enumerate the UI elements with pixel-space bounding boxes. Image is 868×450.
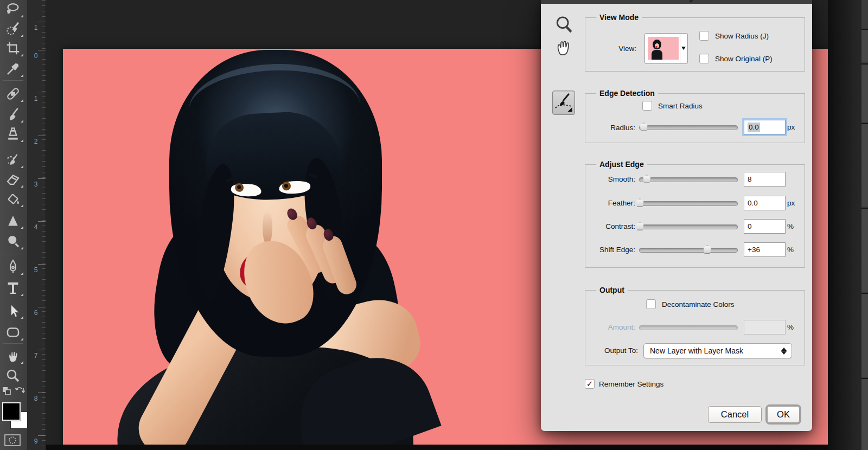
dialog-title: Refine Edge (541, 0, 812, 2)
clone-stamp-tool-icon[interactable] (5, 126, 21, 142)
refine-radius-brush-icon (553, 91, 573, 113)
remember-settings-label: Remember Settings (599, 380, 663, 388)
panel-dock-edge[interactable] (861, 0, 868, 450)
amount-slider (639, 325, 738, 330)
adjust-edge-legend: Adjust Edge (596, 160, 647, 169)
radius-field[interactable]: 0.0 (744, 120, 786, 134)
crop-tool-icon[interactable] (5, 40, 21, 56)
eraser-tool-icon[interactable] (5, 171, 21, 188)
pen-tool-icon[interactable] (5, 259, 21, 275)
shift-edge-slider-knob[interactable] (703, 245, 712, 254)
radius-slider[interactable] (639, 125, 738, 130)
refine-radius-tool-button[interactable] (552, 91, 575, 115)
path-selection-tool-icon[interactable] (5, 303, 21, 319)
amount-field (744, 320, 786, 335)
decontaminate-label: Decontaminate Colors (662, 300, 735, 308)
radius-slider-knob[interactable] (639, 123, 648, 131)
shift-edge-label: Shift Edge: (591, 246, 635, 254)
hand-tool-icon[interactable] (5, 348, 21, 364)
vertical-ruler: 1 0 1 2 3 4 5 6 7 8 9 (28, 0, 46, 450)
cancel-button[interactable]: Cancel (708, 406, 762, 423)
decontaminate-checkbox[interactable] (646, 299, 656, 309)
adjust-edge-group: Adjust Edge Smooth: 8 Feather: 0.0 px Co… (585, 164, 805, 268)
view-thumbnail-dropdown[interactable] (644, 33, 688, 64)
show-original-label: Show Original (P) (715, 55, 773, 63)
ruler-minor-ticks (42, 0, 46, 450)
show-original-checkbox[interactable] (699, 54, 709, 63)
feather-label: Feather: (591, 199, 635, 207)
smooth-field[interactable]: 8 (744, 172, 786, 187)
brush-tool-icon[interactable] (5, 106, 21, 123)
zoom-tool-icon[interactable] (5, 368, 21, 384)
dropdown-arrow[interactable] (680, 34, 687, 63)
quick-mask-icon[interactable] (4, 434, 20, 450)
feather-unit: px (787, 199, 795, 207)
remember-settings-checkbox[interactable]: ✓ (585, 379, 595, 389)
eyedropper-tool-icon[interactable] (5, 61, 21, 77)
smooth-slider-knob[interactable] (642, 175, 652, 183)
shift-edge-field[interactable]: +36 (744, 242, 786, 257)
radius-unit: px (787, 123, 795, 131)
quick-selection-tool-icon[interactable] (5, 21, 21, 37)
smart-radius-checkbox[interactable] (642, 101, 652, 111)
feather-field[interactable]: 0.0 (744, 196, 786, 210)
healing-brush-tool-icon[interactable] (5, 86, 21, 102)
smooth-label: Smooth: (591, 175, 635, 183)
view-mode-legend: View Mode (596, 13, 642, 22)
shift-edge-slider[interactable] (639, 248, 738, 253)
smooth-slider[interactable] (639, 177, 738, 182)
swap-colors-icon[interactable] (1, 385, 26, 401)
feather-slider-knob[interactable] (635, 198, 644, 207)
feather-slider[interactable] (639, 201, 738, 206)
dialog-titlebar[interactable]: Refine Edge (541, 0, 812, 4)
output-to-value: New Layer with Layer Mask (650, 346, 743, 355)
sharpen-tool-icon[interactable] (5, 213, 21, 229)
contrast-field[interactable]: 0 (744, 219, 786, 234)
photoshop-workspace: 1 0 1 2 3 4 5 6 7 8 9 (0, 0, 868, 450)
contrast-slider[interactable] (639, 224, 738, 229)
history-brush-tool-icon[interactable] (5, 152, 21, 168)
output-group: Output Decontaminate Colors Amount: % Ou… (585, 290, 805, 365)
type-tool-icon[interactable] (5, 280, 21, 296)
output-to-label: Output To: (588, 346, 638, 355)
dialog-zoom-tool-icon[interactable] (555, 15, 573, 37)
contrast-unit: % (787, 222, 794, 230)
lasso-tool-icon[interactable] (5, 1, 21, 17)
tool-palette (0, 0, 28, 450)
edge-detection-legend: Edge Detection (596, 89, 658, 98)
amount-label: Amount: (591, 323, 635, 331)
output-to-select[interactable]: New Layer with Layer Mask (643, 343, 792, 358)
foreground-color-swatch[interactable] (2, 402, 21, 421)
paint-bucket-tool-icon[interactable] (5, 191, 21, 207)
view-label: View: (602, 44, 636, 53)
contrast-label: Contrast: (591, 222, 635, 230)
edge-detection-group: Edge Detection Smart Radius Radius: 0.0 … (585, 93, 805, 143)
dodge-tool-icon[interactable] (5, 233, 21, 249)
dialog-hand-tool-icon[interactable] (553, 36, 573, 60)
output-legend: Output (596, 286, 628, 294)
view-thumbnail (648, 37, 679, 60)
ok-button[interactable]: OK (767, 406, 800, 423)
shape-tool-icon[interactable] (5, 324, 21, 340)
amount-unit: % (787, 323, 794, 331)
shift-edge-unit: % (787, 246, 794, 254)
select-updown-icon (781, 346, 787, 356)
photo-nose (263, 210, 272, 245)
workspace-bottom-edge (46, 445, 828, 450)
contrast-slider-knob[interactable] (635, 222, 644, 230)
show-radius-label: Show Radius (J) (715, 32, 769, 40)
view-mode-group: View Mode View: Show Radius (J) Show Ori… (585, 17, 805, 72)
show-radius-checkbox[interactable] (699, 31, 709, 41)
refine-edge-dialog: Refine Edge View Mode View: (541, 0, 812, 431)
smart-radius-label: Smart Radius (658, 102, 703, 110)
radius-label: Radius: (591, 124, 635, 132)
